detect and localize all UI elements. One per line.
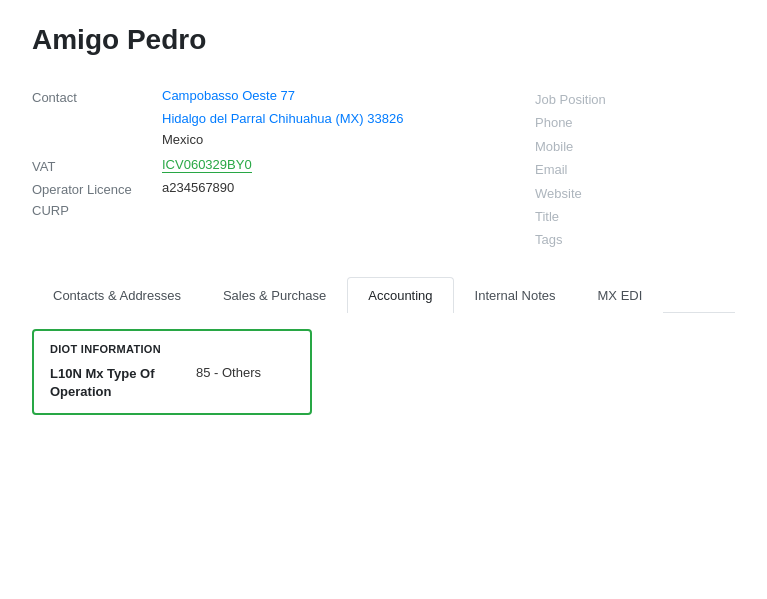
page-container: Amigo Pedro Contact Campobasso Oeste 77 … (0, 0, 767, 455)
right-mobile: Mobile (535, 135, 735, 158)
tab-sales[interactable]: Sales & Purchase (202, 277, 347, 313)
right-website: Website (535, 182, 735, 205)
diot-field-label: L10N Mx Type Of Operation (50, 365, 180, 401)
operator-label: Operator Licence (32, 180, 162, 197)
right-email: Email (535, 158, 735, 181)
curp-row: CURP (32, 203, 495, 218)
diot-box: DIOT Information L10N Mx Type Of Operati… (32, 329, 312, 415)
diot-row: L10N Mx Type Of Operation 85 - Others (50, 365, 294, 401)
tab-content-accounting: DIOT Information L10N Mx Type Of Operati… (32, 313, 735, 431)
page-title: Amigo Pedro (32, 24, 735, 56)
vat-value: ICV060329BY0 (162, 157, 252, 173)
form-right: Job Position Phone Mobile Email Website … (535, 88, 735, 252)
tabs-bar: Contacts & Addresses Sales & Purchase Ac… (32, 276, 735, 313)
right-title: Title (535, 205, 735, 228)
form-left: Contact Campobasso Oeste 77 Hidalgo del … (32, 88, 495, 252)
right-tags: Tags (535, 228, 735, 251)
address-country: Mexico (162, 130, 495, 151)
contact-label: Contact (32, 88, 162, 105)
right-job-position: Job Position (535, 88, 735, 111)
tab-internal-notes[interactable]: Internal Notes (454, 277, 577, 313)
address-line2: Hidalgo del Parral Chihuahua (MX) 33826 (162, 109, 495, 130)
address-block: Hidalgo del Parral Chihuahua (MX) 33826 … (162, 109, 495, 151)
tab-accounting[interactable]: Accounting (347, 277, 453, 313)
operator-row: Operator Licence a234567890 (32, 180, 495, 197)
diot-title: DIOT Information (50, 343, 294, 355)
curp-label: CURP (32, 203, 69, 218)
contact-address1: Campobasso Oeste 77 (162, 88, 495, 103)
vat-row: VAT ICV060329BY0 (32, 157, 495, 174)
right-phone: Phone (535, 111, 735, 134)
tab-mxedi[interactable]: MX EDI (577, 277, 664, 313)
tab-contacts[interactable]: Contacts & Addresses (32, 277, 202, 313)
operator-value: a234567890 (162, 180, 495, 195)
form-section: Contact Campobasso Oeste 77 Hidalgo del … (32, 88, 735, 252)
contact-row: Contact Campobasso Oeste 77 (32, 88, 495, 105)
diot-field-value: 85 - Others (196, 365, 261, 380)
vat-label: VAT (32, 157, 162, 174)
